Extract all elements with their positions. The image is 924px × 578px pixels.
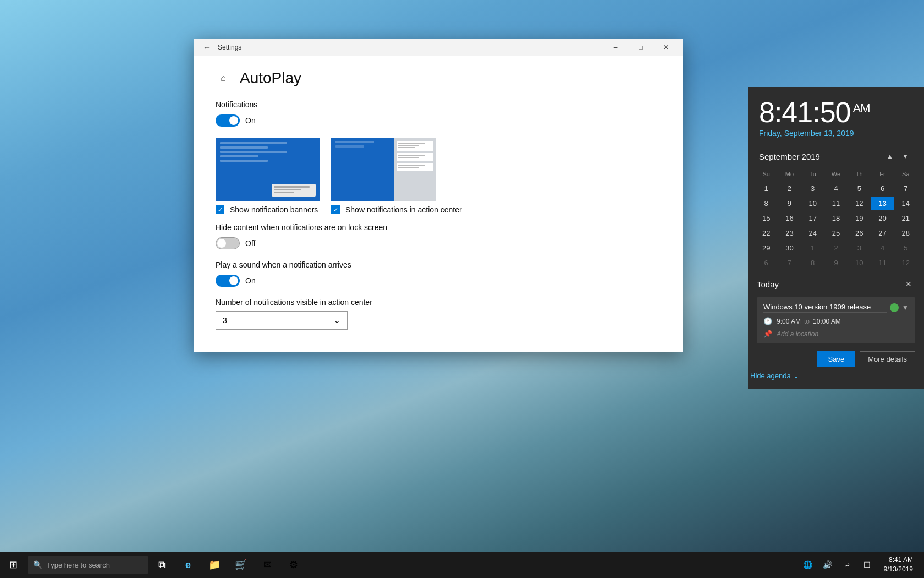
count-dropdown[interactable]: 3 ⌄ bbox=[216, 311, 348, 330]
taskbar-clock[interactable]: 8:41 AM 9/13/2019 bbox=[877, 552, 920, 578]
start-button[interactable]: ⊞ bbox=[0, 552, 26, 578]
cal-day[interactable]: 12 bbox=[848, 197, 871, 210]
hide-agenda-label: Hide agenda bbox=[750, 372, 791, 380]
home-button[interactable]: ⌂ bbox=[216, 70, 231, 86]
today-label: Today bbox=[757, 280, 902, 289]
cal-day[interactable]: 10 bbox=[801, 197, 824, 210]
sound-toggle[interactable] bbox=[216, 275, 240, 287]
cal-day[interactable]: 8 bbox=[755, 197, 778, 210]
cal-day[interactable]: 7 bbox=[894, 182, 917, 195]
cal-day[interactable]: 26 bbox=[848, 226, 871, 240]
maximize-button[interactable]: □ bbox=[628, 39, 653, 56]
action-center-preview[interactable] bbox=[331, 138, 436, 201]
sound-section: Play a sound when a notification arrives… bbox=[216, 260, 661, 287]
cal-day[interactable]: 24 bbox=[801, 226, 824, 240]
save-event-button[interactable]: Save bbox=[817, 351, 856, 367]
cal-day-other[interactable]: 8 bbox=[801, 256, 824, 270]
back-button[interactable]: ← bbox=[198, 39, 216, 56]
cal-day-other[interactable]: 4 bbox=[871, 241, 894, 255]
cal-day[interactable]: 3 bbox=[801, 182, 824, 195]
notification-count-section: Number of notifications visible in actio… bbox=[216, 298, 661, 330]
store-icon: 🛒 bbox=[235, 559, 247, 571]
clock-ampm: AM bbox=[853, 101, 870, 115]
cal-day[interactable]: 9 bbox=[778, 197, 801, 210]
lock-screen-label: Hide content when notifications are on l… bbox=[216, 223, 661, 232]
cal-day[interactable]: 2 bbox=[778, 182, 801, 195]
cal-day-other[interactable]: 9 bbox=[824, 256, 848, 270]
cal-day[interactable]: 29 bbox=[755, 241, 778, 255]
cal-day[interactable]: 27 bbox=[871, 226, 894, 240]
cal-day[interactable]: 19 bbox=[848, 211, 871, 225]
explorer-taskbar-icon[interactable]: 📁 bbox=[201, 552, 228, 578]
taskbar-search[interactable]: 🔍 Type here to search bbox=[28, 556, 148, 574]
show-desktop-button[interactable] bbox=[920, 552, 924, 578]
event-color-dot[interactable] bbox=[890, 303, 899, 312]
edge-taskbar-icon[interactable]: e bbox=[175, 552, 201, 578]
network-tray-icon[interactable]: 🌐 bbox=[798, 552, 818, 578]
cal-day[interactable]: 28 bbox=[894, 226, 917, 240]
cal-day[interactable]: 5 bbox=[848, 182, 871, 195]
count-label: Number of notifications visible in actio… bbox=[216, 298, 661, 307]
close-button[interactable]: ✕ bbox=[653, 39, 679, 56]
event-time-separator: to bbox=[804, 318, 810, 325]
cal-day[interactable]: 15 bbox=[755, 211, 778, 225]
cal-day[interactable]: 20 bbox=[871, 211, 894, 225]
task-view-icon: ⧉ bbox=[158, 559, 166, 571]
cal-day-other[interactable]: 12 bbox=[894, 256, 917, 270]
sound-tray-icon[interactable]: 🔊 bbox=[818, 552, 838, 578]
banner-checkbox[interactable]: ✓ bbox=[216, 205, 224, 214]
settings-window: ← Settings – □ ✕ ⌂ AutoPlay Notification… bbox=[194, 39, 683, 352]
cal-day[interactable]: 23 bbox=[778, 226, 801, 240]
cal-day-other[interactable]: 6 bbox=[755, 256, 778, 270]
cal-day[interactable]: 16 bbox=[778, 211, 801, 225]
cal-day-other[interactable]: 10 bbox=[848, 256, 871, 270]
cal-day-other[interactable]: 7 bbox=[778, 256, 801, 270]
cal-today[interactable]: 13 bbox=[871, 197, 894, 210]
event-title-input[interactable] bbox=[763, 303, 887, 313]
dow-su: Su bbox=[755, 168, 778, 179]
days-of-week-row: Su Mo Tu We Th Fr Sa bbox=[755, 168, 917, 179]
lock-screen-toggle-label: Off bbox=[245, 239, 255, 248]
mail-taskbar-icon[interactable]: ✉ bbox=[254, 552, 280, 578]
toggle-thumb-sound bbox=[229, 276, 238, 285]
store-taskbar-icon[interactable]: 🛒 bbox=[228, 552, 254, 578]
cal-day[interactable]: 1 bbox=[755, 182, 778, 195]
notification-tray-icon[interactable]: ☐ bbox=[857, 552, 877, 578]
more-details-button[interactable]: More details bbox=[860, 351, 915, 367]
calendar-next-button[interactable]: ▼ bbox=[898, 149, 913, 164]
event-chevron-icon[interactable]: ▼ bbox=[902, 304, 909, 312]
bluetooth-tray-icon[interactable]: ⤾ bbox=[838, 552, 857, 578]
cal-day[interactable]: 17 bbox=[801, 211, 824, 225]
calendar-prev-button[interactable]: ▲ bbox=[882, 149, 898, 164]
clock-time-value: 8:41:50 bbox=[759, 96, 851, 128]
cal-day[interactable]: 25 bbox=[824, 226, 848, 240]
cal-day-other[interactable]: 1 bbox=[801, 241, 824, 255]
cal-day[interactable]: 4 bbox=[824, 182, 848, 195]
taskbar: ⊞ 🔍 Type here to search ⧉ e 📁 🛒 ✉ ⚙ 🌐 bbox=[0, 552, 924, 578]
lock-screen-toggle[interactable] bbox=[216, 237, 240, 249]
event-location-placeholder[interactable]: Add a location bbox=[777, 330, 818, 338]
settings-taskbar-icon[interactable]: ⚙ bbox=[280, 552, 307, 578]
hide-agenda-button[interactable]: Hide agenda ⌄ bbox=[748, 372, 924, 380]
event-card: ▼ 🕐 9:00 AM to 10:00 AM 📌 Add a location bbox=[757, 297, 915, 343]
minimize-button[interactable]: – bbox=[603, 39, 628, 56]
banner-preview[interactable] bbox=[216, 138, 320, 201]
cal-day[interactable]: 21 bbox=[894, 211, 917, 225]
cal-day[interactable]: 18 bbox=[824, 211, 848, 225]
cal-day[interactable]: 6 bbox=[871, 182, 894, 195]
cal-day-other[interactable]: 2 bbox=[824, 241, 848, 255]
cal-day[interactable]: 11 bbox=[824, 197, 848, 210]
cal-day[interactable]: 22 bbox=[755, 226, 778, 240]
today-close-button[interactable]: ✕ bbox=[902, 277, 915, 291]
cal-day-other[interactable]: 11 bbox=[871, 256, 894, 270]
settings-titlebar: ← Settings – □ ✕ bbox=[194, 39, 683, 56]
cal-day[interactable]: 14 bbox=[894, 197, 917, 210]
cal-day[interactable]: 30 bbox=[778, 241, 801, 255]
notifications-toggle[interactable] bbox=[216, 114, 240, 127]
task-view-button[interactable]: ⧉ bbox=[148, 552, 175, 578]
notif-sidebar bbox=[394, 138, 436, 201]
cal-day-other[interactable]: 3 bbox=[848, 241, 871, 255]
action-center-checkbox[interactable]: ✓ bbox=[331, 205, 340, 214]
dow-th: Th bbox=[848, 168, 871, 179]
cal-day-other[interactable]: 5 bbox=[894, 241, 917, 255]
